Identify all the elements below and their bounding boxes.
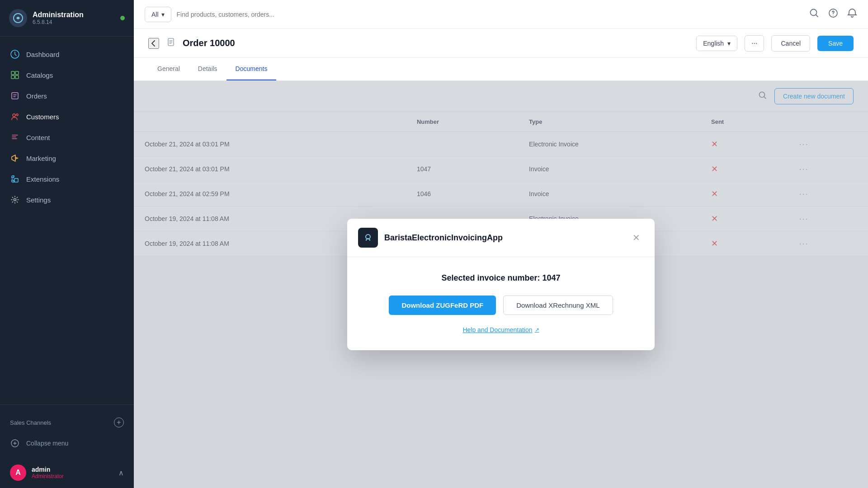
sidebar-item-label: Catalogs — [26, 71, 53, 79]
sidebar-item-label: Marketing — [26, 155, 56, 162]
main-content: All ▾ Order 10000 English ▾ — [134, 0, 868, 488]
sidebar-item-label: Dashboard — [26, 51, 59, 58]
sales-channels-section: Sales Channels + — [0, 412, 134, 433]
svg-rect-5 — [15, 75, 19, 79]
topbar: All ▾ — [134, 0, 868, 29]
svg-point-7 — [13, 114, 15, 117]
sidebar-item-label: Orders — [26, 92, 47, 100]
user-avatar: A — [10, 465, 26, 481]
search-icon[interactable] — [809, 8, 819, 20]
user-section: A admin Administrator ∧ — [0, 457, 134, 488]
modal-close-button[interactable]: ✕ — [629, 230, 644, 245]
external-link-icon: ↗ — [535, 327, 539, 333]
sidebar-nav: Dashboard Catalogs Orders Customers Cont… — [0, 37, 134, 404]
help-documentation-link[interactable]: Help and Documentation ↗ — [462, 326, 539, 333]
svg-rect-9 — [14, 178, 18, 182]
sidebar-item-label: Content — [26, 134, 50, 141]
svg-point-8 — [16, 114, 18, 116]
search-bar[interactable] — [177, 11, 804, 18]
sidebar-header: Administration 6.5.8.14 — [0, 0, 134, 37]
svg-rect-17 — [363, 232, 373, 243]
tab-documents[interactable]: Documents — [226, 58, 277, 80]
modal-title: BaristaElectronicInvoicingApp — [384, 233, 623, 243]
sidebar-item-dashboard[interactable]: Dashboard — [0, 44, 134, 65]
modal-overlay: BaristaElectronicInvoicingApp ✕ Selected… — [134, 81, 868, 488]
extensions-icon — [10, 174, 20, 184]
modal-body: Selected invoice number: 1047 Download Z… — [347, 257, 655, 350]
collapse-icon — [10, 438, 20, 448]
modal-app-icon — [358, 228, 378, 248]
svg-point-14 — [833, 15, 834, 16]
sidebar-item-settings[interactable]: Settings — [0, 189, 134, 210]
sidebar-item-label: Extensions — [26, 175, 59, 183]
modal-dialog: BaristaElectronicInvoicingApp ✕ Selected… — [347, 219, 655, 350]
app-logo-icon — [9, 9, 27, 27]
filter-chevron-icon: ▾ — [161, 11, 165, 18]
add-sales-channel-button[interactable]: + — [114, 418, 124, 427]
sidebar-item-catalogs[interactable]: Catalogs — [0, 65, 134, 85]
svg-rect-3 — [15, 71, 19, 75]
filter-label: All — [151, 11, 159, 18]
sidebar: Administration 6.5.8.14 Dashboard Catalo… — [0, 0, 134, 488]
sales-channels-label: Sales Channels — [10, 419, 51, 426]
language-label: English — [703, 40, 724, 47]
sidebar-footer: Sales Channels + Collapse menu A admin A… — [0, 404, 134, 488]
orders-icon — [10, 91, 20, 101]
save-button[interactable]: Save — [817, 36, 854, 51]
user-name: admin — [32, 466, 118, 473]
search-input[interactable] — [177, 11, 804, 18]
close-icon: ✕ — [632, 233, 640, 243]
svg-rect-4 — [11, 75, 14, 79]
catalogs-icon — [10, 70, 20, 80]
download-zugferd-pdf-button[interactable]: Download ZUGFeRD PDF — [389, 296, 496, 315]
notifications-icon[interactable] — [847, 8, 857, 20]
status-indicator — [120, 16, 125, 20]
content-icon — [10, 132, 20, 142]
marketing-icon — [10, 153, 20, 163]
document-icon — [166, 38, 175, 49]
sidebar-item-marketing[interactable]: Marketing — [0, 148, 134, 169]
user-menu-chevron-icon[interactable]: ∧ — [118, 469, 124, 477]
sidebar-item-extensions[interactable]: Extensions — [0, 169, 134, 189]
download-xrechnung-xml-button[interactable]: Download XRechnung XML — [503, 296, 613, 315]
collapse-menu-label: Collapse menu — [26, 440, 68, 447]
language-dropdown[interactable]: English ▾ — [696, 36, 737, 51]
language-chevron-icon: ▾ — [727, 40, 731, 47]
svg-rect-2 — [11, 71, 14, 75]
cancel-button[interactable]: Cancel — [771, 35, 810, 52]
sidebar-item-orders[interactable]: Orders — [0, 85, 134, 106]
app-info: Administration 6.5.8.14 — [33, 11, 115, 25]
svg-rect-6 — [12, 93, 18, 99]
modal-header: BaristaElectronicInvoicingApp ✕ — [347, 219, 655, 257]
modal-buttons: Download ZUGFeRD PDF Download XRechnung … — [358, 296, 644, 315]
collapse-menu-button[interactable]: Collapse menu — [0, 433, 134, 454]
app-name: Administration — [33, 11, 115, 19]
tabs-bar: General Details Documents — [134, 58, 868, 81]
tab-details[interactable]: Details — [189, 58, 226, 80]
documents-area: Create new document Number Type Sent Oct… — [134, 81, 868, 488]
content-header: Order 10000 English ▾ ··· Cancel Save — [134, 29, 868, 58]
customers-icon — [10, 112, 20, 122]
dashboard-icon — [10, 49, 20, 59]
invoice-number-text: Selected invoice number: 1047 — [358, 273, 644, 283]
sidebar-item-label: Settings — [26, 196, 51, 204]
sidebar-item-customers[interactable]: Customers — [0, 106, 134, 127]
user-role: Administrator — [32, 473, 118, 479]
sidebar-item-label: Customers — [26, 113, 59, 121]
search-filter-button[interactable]: All ▾ — [145, 7, 171, 22]
svg-point-10 — [14, 199, 16, 201]
help-icon[interactable] — [828, 8, 838, 20]
sidebar-item-content[interactable]: Content — [0, 127, 134, 148]
tab-general[interactable]: General — [148, 58, 189, 80]
topbar-icons — [809, 8, 857, 20]
back-button[interactable] — [148, 38, 159, 49]
more-options-button[interactable]: ··· — [745, 35, 764, 52]
page-title: Order 10000 — [183, 38, 689, 48]
help-link-text: Help and Documentation — [462, 326, 532, 333]
app-version: 6.5.8.14 — [33, 19, 115, 25]
settings-icon — [10, 195, 20, 205]
user-info: admin Administrator — [32, 466, 118, 479]
